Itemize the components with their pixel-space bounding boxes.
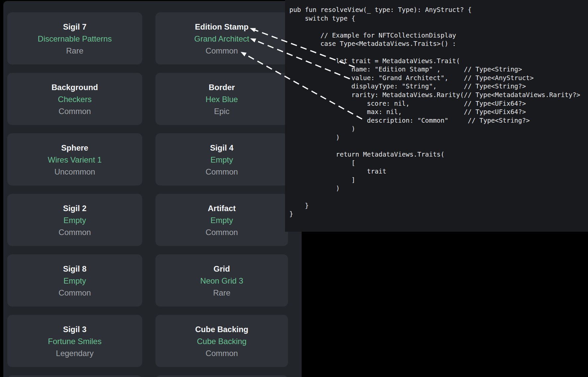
trait-name: Sigil 7	[7, 21, 142, 33]
trait-rarity: Legendary	[7, 347, 142, 359]
trait-card: Sigil 3 Fortune Smiles Legendary	[7, 315, 142, 367]
trait-rarity: Common	[155, 347, 288, 359]
trait-rarity: Uncommon	[7, 166, 142, 178]
trait-value: Empty	[7, 214, 142, 226]
trait-rarity: Common	[7, 226, 142, 238]
trait-name: Cube Backing	[155, 323, 288, 335]
trait-card	[155, 375, 288, 377]
trait-name: Sphere	[7, 142, 142, 154]
trait-rarity: Common	[155, 166, 288, 178]
trait-card: Sphere Wires Varient 1 Uncommon	[7, 133, 142, 186]
trait-name: Border	[155, 81, 288, 93]
trait-name: Sigil 3	[7, 323, 142, 335]
trait-value: Empty	[7, 275, 142, 287]
trait-rarity: Common	[155, 45, 288, 57]
trait-card: Sigil 7 Discernable Patterns Rare	[7, 12, 142, 64]
trait-name: Background	[7, 81, 142, 93]
code-panel: pub fun resolveView(_ type: Type): AnySt…	[285, 0, 588, 232]
trait-value: Cube Backing	[155, 335, 288, 347]
trait-card: Background Checkers Common	[7, 73, 142, 125]
trait-name: Edition Stamp	[155, 21, 288, 33]
trait-card	[7, 375, 142, 377]
trait-value: Wires Varient 1	[7, 154, 142, 166]
trait-value: Empty	[155, 214, 288, 226]
trait-rarity: Rare	[7, 45, 142, 57]
trait-value: Neon Grid 3	[155, 275, 288, 287]
trait-rarity: Common	[155, 226, 288, 238]
trait-value: Hex Blue	[155, 93, 288, 105]
trait-card: Artifact Empty Common	[155, 194, 288, 246]
trait-card: Grid Neon Grid 3 Rare	[155, 254, 288, 307]
trait-rarity: Common	[7, 105, 142, 117]
trait-value: Discernable Patterns	[7, 33, 142, 45]
code-block: pub fun resolveView(_ type: Type): AnySt…	[285, 0, 588, 218]
trait-card: Border Hex Blue Epic	[155, 73, 288, 125]
trait-card: Cube Backing Cube Backing Common	[155, 315, 288, 367]
trait-card: Sigil 2 Empty Common	[7, 194, 142, 246]
trait-name: Sigil 4	[155, 142, 288, 154]
trait-name: Sigil 2	[7, 202, 142, 214]
traits-grid: Sigil 7 Discernable Patterns Rare Editio…	[7, 12, 288, 377]
trait-value: Empty	[155, 154, 288, 166]
trait-rarity: Common	[7, 287, 142, 299]
trait-value: Grand Architect	[155, 33, 288, 45]
trait-value: Checkers	[7, 93, 142, 105]
trait-card: Sigil 4 Empty Common	[155, 133, 288, 186]
trait-card: Sigil 8 Empty Common	[7, 254, 142, 307]
trait-value: Fortune Smiles	[7, 335, 142, 347]
trait-rarity: Epic	[155, 105, 288, 117]
trait-name: Sigil 8	[7, 263, 142, 275]
trait-rarity: Rare	[155, 287, 288, 299]
trait-name: Grid	[155, 263, 288, 275]
trait-card: Edition Stamp Grand Architect Common	[155, 12, 288, 64]
screenshot-stage: Sigil 7 Discernable Patterns Rare Editio…	[0, 0, 588, 377]
trait-name: Artifact	[155, 202, 288, 214]
